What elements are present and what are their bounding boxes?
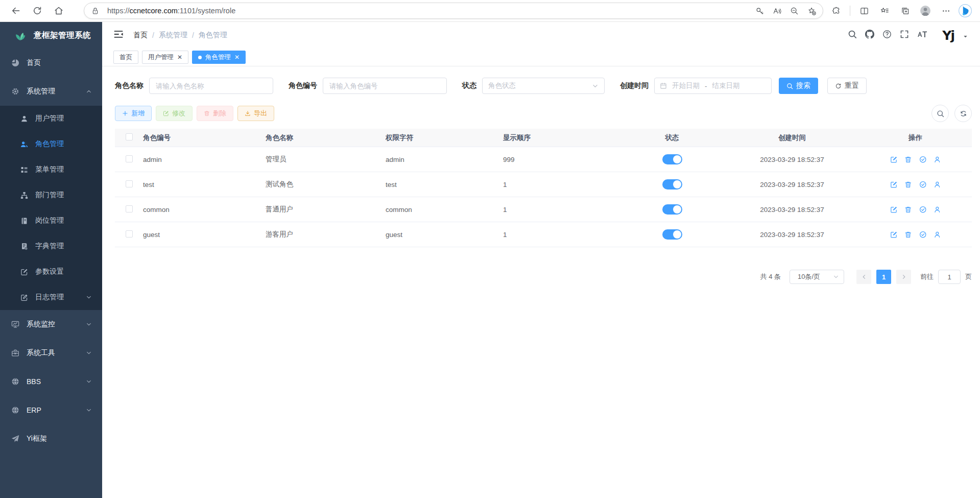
edit-square-icon[interactable] (890, 181, 898, 188)
row-checkbox[interactable] (126, 230, 133, 238)
favorite-star-add-icon[interactable] (803, 2, 820, 19)
address-bar[interactable]: https://ccnetcore.com:1101/system/role (84, 3, 823, 19)
password-key-icon[interactable] (751, 2, 768, 19)
search-icon[interactable] (848, 30, 857, 41)
role-name-input[interactable] (149, 78, 273, 94)
date-start-placeholder: 开始日期 (672, 81, 700, 90)
row-checkbox[interactable] (126, 155, 133, 162)
person-icon[interactable] (934, 156, 941, 163)
person-icon[interactable] (934, 181, 941, 188)
delete-button[interactable]: 删除 (197, 106, 233, 121)
status-toggle[interactable] (662, 179, 682, 189)
role-name-cell: 普通用户 (266, 205, 386, 214)
sidebar-item-menu-mgmt[interactable]: 菜单管理 (0, 157, 102, 182)
sidebar-item-erp[interactable]: ERP (0, 396, 102, 424)
sidebar-item-dept-mgmt[interactable]: 部门管理 (0, 182, 102, 208)
sidebar-item-home[interactable]: 首页 (0, 49, 102, 77)
page-size-select[interactable]: 10条/页 (790, 270, 844, 284)
browser-back-icon[interactable] (5, 2, 27, 19)
user-logo[interactable]: Yj (942, 28, 954, 43)
sidebar-item-label: BBS (27, 377, 41, 386)
font-size-icon[interactable] (917, 30, 927, 41)
add-button[interactable]: 新增 (115, 106, 152, 121)
sidebar-item-post-mgmt[interactable]: 岗位管理 (0, 208, 102, 233)
sidebar-item-label: 角色管理 (35, 139, 64, 149)
tab-user-mgmt[interactable]: 用户管理✕ (142, 51, 188, 64)
browser-reload-icon[interactable] (27, 2, 48, 19)
trash-icon[interactable] (904, 206, 912, 214)
breadcrumb-item[interactable]: 系统管理 (159, 31, 187, 40)
check-circle-icon[interactable] (919, 156, 927, 163)
row-checkbox[interactable] (126, 180, 133, 187)
tab-close-icon[interactable]: ✕ (234, 54, 240, 60)
table-search-icon[interactable] (931, 105, 949, 122)
sidebar-item-system-tools[interactable]: 系统工具 (0, 339, 102, 367)
url-text[interactable]: https://ccnetcore.com:1101/system/role (107, 7, 751, 15)
edit-square-icon[interactable] (890, 156, 898, 163)
trash-icon[interactable] (904, 231, 912, 239)
date-range-picker[interactable]: 开始日期 - 结束日期 (654, 78, 772, 94)
sidebar-item-label: 日志管理 (35, 293, 64, 302)
edit-button[interactable]: 修改 (156, 106, 193, 121)
tab-home[interactable]: 首页 (113, 51, 138, 64)
next-page-button[interactable] (896, 270, 911, 284)
sidebar-item-system-monitor[interactable]: 系统监控 (0, 310, 102, 339)
row-actions-cell (863, 231, 972, 239)
caret-down-icon[interactable] (962, 33, 969, 41)
page-number-active[interactable]: 1 (876, 270, 891, 284)
help-icon[interactable] (882, 30, 892, 41)
role-code-input[interactable] (323, 78, 447, 94)
select-all-checkbox[interactable] (126, 133, 133, 140)
extensions-icon[interactable] (827, 2, 845, 19)
tab-role-mgmt[interactable]: 角色管理✕ (192, 51, 246, 64)
sidebar-item-dict-mgmt[interactable]: 字典管理 (0, 233, 102, 259)
github-icon[interactable] (865, 30, 874, 41)
breadcrumb-separator: / (152, 31, 154, 39)
browser-home-icon[interactable] (48, 2, 69, 19)
breadcrumb-item[interactable]: 首页 (133, 31, 148, 40)
row-checkbox[interactable] (126, 205, 133, 212)
person-icon[interactable] (934, 206, 941, 214)
check-circle-icon[interactable] (919, 181, 927, 188)
sidebar-item-param-settings[interactable]: 参数设置 (0, 259, 102, 284)
sidebar-item-log-mgmt[interactable]: 日志管理 (0, 284, 102, 310)
trash-icon[interactable] (904, 156, 912, 163)
check-circle-icon[interactable] (919, 206, 927, 214)
sidebar-collapse-icon[interactable] (113, 29, 124, 42)
export-button[interactable]: 导出 (237, 106, 274, 121)
status-toggle[interactable] (662, 154, 682, 164)
lock-icon[interactable] (86, 2, 104, 19)
status-toggle[interactable] (662, 229, 682, 240)
sidebar-item-role-mgmt[interactable]: 角色管理 (0, 131, 102, 157)
edit-square-icon[interactable] (890, 231, 898, 239)
breadcrumb-item[interactable]: 角色管理 (199, 31, 227, 40)
fullscreen-icon[interactable] (900, 30, 909, 41)
copilot-bing-icon[interactable] (958, 3, 973, 18)
person-icon[interactable] (934, 231, 941, 239)
read-aloud-icon[interactable] (768, 2, 785, 19)
more-menu-icon[interactable] (937, 2, 954, 19)
app-logo[interactable]: 意框架管理系统 (0, 22, 102, 49)
tab-close-icon[interactable]: ✕ (177, 54, 182, 60)
collections-icon[interactable] (896, 2, 914, 19)
check-circle-icon[interactable] (919, 231, 927, 239)
goto-page-input[interactable] (938, 270, 961, 284)
split-screen-icon[interactable] (855, 2, 873, 19)
sidebar-item-yi-framework[interactable]: Yi框架 (0, 424, 102, 453)
reset-button[interactable]: 重置 (827, 78, 867, 94)
sidebar-item-user-mgmt[interactable]: 用户管理 (0, 106, 102, 131)
prev-page-button[interactable] (856, 270, 871, 284)
profile-avatar[interactable] (917, 2, 934, 19)
sidebar-item-bbs[interactable]: BBS (0, 367, 102, 396)
sidebar: 意框架管理系统 首页系统管理用户管理角色管理菜单管理部门管理岗位管理字典管理参数… (0, 22, 102, 498)
trash-icon[interactable] (904, 181, 912, 188)
edit-square-icon[interactable] (890, 206, 898, 214)
status-select[interactable]: 角色状态 (482, 78, 605, 94)
favorites-icon[interactable] (876, 2, 893, 19)
table-refresh-icon[interactable] (954, 105, 972, 122)
zoom-out-icon[interactable] (785, 2, 803, 19)
sidebar-item-system-mgmt[interactable]: 系统管理 (0, 77, 102, 106)
status-toggle[interactable] (662, 204, 682, 215)
search-button[interactable]: 搜索 (779, 78, 818, 94)
globe-icon (11, 406, 19, 414)
